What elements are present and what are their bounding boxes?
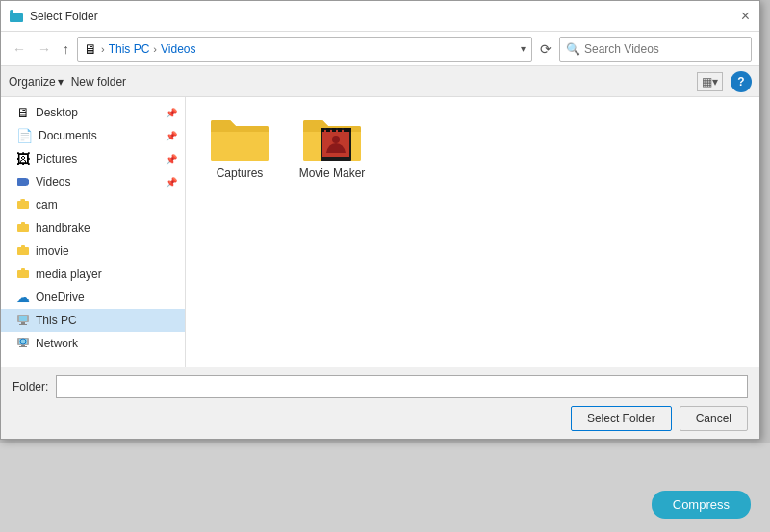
sidebar-item-documents[interactable]: 📄 Documents 📌 <box>1 124 185 147</box>
sidebar-label-cam: cam <box>36 198 177 212</box>
sidebar-item-handbrake[interactable]: handbrake <box>1 216 185 240</box>
up-button[interactable]: ↑ <box>59 39 73 59</box>
sidebar-item-pictures[interactable]: 🖼 Pictures 📌 <box>1 147 185 170</box>
sidebar-item-network[interactable]: Network <box>1 332 185 355</box>
sidebar-label-this-pc: This PC <box>36 314 177 327</box>
organize-button[interactable]: Organize ▾ <box>9 75 64 89</box>
sidebar-item-onedrive[interactable]: ☁ OneDrive <box>1 286 185 309</box>
svg-marker-4 <box>27 178 29 186</box>
svg-rect-7 <box>21 322 25 324</box>
sidebar-label-onedrive: OneDrive <box>36 291 177 304</box>
svg-rect-12 <box>19 346 27 347</box>
path-dropdown-button[interactable]: ▾ <box>521 43 526 54</box>
sidebar-label-media-player: media player <box>36 267 177 281</box>
folder-label-text: Folder: <box>13 380 48 393</box>
close-button[interactable]: × <box>739 9 752 24</box>
organize-arrow-icon: ▾ <box>58 75 64 89</box>
view-arrow-icon: ▾ <box>712 75 718 89</box>
cancel-button[interactable]: Cancel <box>680 406 748 431</box>
forward-button[interactable]: → <box>34 39 55 59</box>
imovie-icon <box>16 243 30 259</box>
sidebar-label-pictures: Pictures <box>36 152 160 165</box>
desktop-icon: 🖥 <box>16 105 30 120</box>
movie-maker-folder-icon <box>301 113 363 163</box>
sidebar-item-cam[interactable]: cam <box>1 193 185 216</box>
search-input[interactable] <box>584 42 745 56</box>
pictures-icon: 🖼 <box>16 151 30 166</box>
background-area <box>0 443 770 532</box>
sidebar-label-network: Network <box>36 337 177 350</box>
svg-rect-3 <box>17 178 27 186</box>
sidebar-item-imovie[interactable]: imovie <box>1 240 185 263</box>
folder-input[interactable] <box>56 375 748 398</box>
sidebar-item-videos[interactable]: Videos 📌 <box>1 170 185 193</box>
title-bar: Select Folder × <box>1 1 759 32</box>
pin-icon-desktop: 📌 <box>166 108 177 118</box>
folder-input-row: Folder: <box>13 375 748 398</box>
sidebar: 🖥 Desktop 📌 📄 Documents 📌 🖼 Pictures 📌 <box>1 97 186 367</box>
toolbar: Organize ▾ New folder ▦ ▾ ? <box>1 66 759 97</box>
pin-icon-videos: 📌 <box>166 177 177 188</box>
documents-icon: 📄 <box>16 128 33 143</box>
search-box: 🔍 <box>559 37 752 62</box>
sidebar-label-desktop: Desktop <box>36 106 160 119</box>
svg-rect-8 <box>19 324 27 325</box>
select-folder-button[interactable]: Select Folder <box>571 406 672 431</box>
path-sep-2: › <box>153 43 157 55</box>
view-button[interactable]: ▦ ▾ <box>697 72 723 91</box>
this-pc-icon <box>16 313 30 329</box>
svg-rect-19 <box>338 128 342 132</box>
svg-rect-20 <box>344 128 351 132</box>
media-player-icon <box>16 266 30 282</box>
bottom-panel: Folder: Select Folder Cancel <box>1 367 759 439</box>
back-button[interactable]: ← <box>9 39 30 59</box>
view-icon: ▦ <box>702 75 712 89</box>
organize-label: Organize <box>9 75 56 89</box>
onedrive-icon: ☁ <box>16 290 30 305</box>
search-icon: 🔍 <box>566 42 580 56</box>
folder-captures[interactable]: Captures <box>201 113 278 180</box>
file-area: Captures <box>186 97 759 367</box>
captures-folder-icon <box>209 113 270 163</box>
select-folder-dialog: Select Folder × ← → ↑ 🖥 › This PC › Vide… <box>0 0 760 440</box>
captures-label: Captures <box>217 166 264 180</box>
compress-button[interactable]: Compress <box>652 491 751 519</box>
movie-maker-label: Movie Maker <box>299 166 366 180</box>
folder-movie-maker[interactable]: Movie Maker <box>294 113 371 180</box>
title-bar-left: Select Folder <box>9 9 98 24</box>
dialog-icon <box>9 9 24 24</box>
button-row: Select Folder Cancel <box>13 406 748 431</box>
network-icon <box>16 336 30 351</box>
main-content: 🖥 Desktop 📌 📄 Documents 📌 🖼 Pictures 📌 <box>1 97 759 367</box>
handbrake-icon <box>16 220 30 236</box>
address-bar: ← → ↑ 🖥 › This PC › Videos ▾ ⟳ 🔍 <box>1 32 759 66</box>
sidebar-item-media-player[interactable]: media player <box>1 263 185 286</box>
sidebar-item-desktop[interactable]: 🖥 Desktop 📌 <box>1 101 185 124</box>
pin-icon-documents: 📌 <box>166 131 177 141</box>
sidebar-label-imovie: imovie <box>36 244 177 258</box>
svg-point-2 <box>10 10 13 13</box>
refresh-button[interactable]: ⟳ <box>536 39 555 59</box>
svg-rect-18 <box>332 128 336 132</box>
dialog-title: Select Folder <box>30 10 98 23</box>
sidebar-item-this-pc[interactable]: This PC <box>1 309 185 332</box>
svg-point-21 <box>332 136 340 143</box>
svg-rect-16 <box>321 128 324 132</box>
path-sep-1: › <box>101 43 105 55</box>
pin-icon-pictures: 📌 <box>166 154 177 165</box>
videos-icon <box>16 174 30 190</box>
svg-rect-6 <box>19 316 27 321</box>
sidebar-label-handbrake: handbrake <box>36 221 177 235</box>
path-videos[interactable]: Videos <box>161 42 195 56</box>
new-folder-button[interactable]: New folder <box>71 75 126 89</box>
sidebar-label-documents: Documents <box>38 129 160 142</box>
path-computer-icon: 🖥 <box>84 41 97 57</box>
svg-rect-17 <box>326 128 330 132</box>
sidebar-label-videos: Videos <box>36 175 160 189</box>
help-button[interactable]: ? <box>731 71 752 92</box>
address-path[interactable]: 🖥 › This PC › Videos ▾ <box>77 37 532 62</box>
path-this-pc[interactable]: This PC <box>109 42 150 56</box>
svg-rect-11 <box>21 345 25 346</box>
cam-icon <box>16 197 30 213</box>
